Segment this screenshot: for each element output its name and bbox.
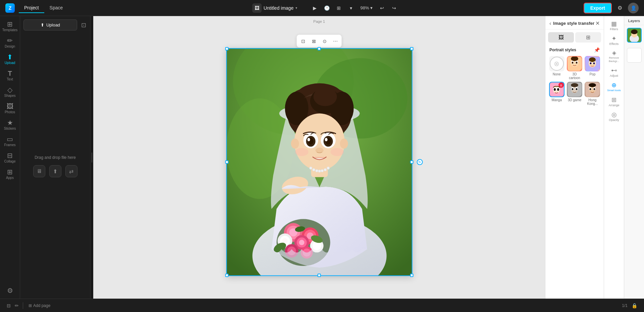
style-item-none[interactable]: ⊗ None [549,56,565,80]
shapes-icon: ◇ [7,86,12,93]
arrange-label: Arrange [608,104,619,107]
style-label-3dcartoon: 3D cartoon [567,72,582,80]
sidebar-label-text: Text [7,77,13,81]
panel-close-btn[interactable]: ✕ [595,20,600,26]
right-item-filters[interactable]: ▦ Filters [605,19,623,33]
handle-rotate[interactable]: ↻ [417,159,423,165]
settings-bottom-icon: ⚙ [7,287,13,294]
zoom-control[interactable]: 98% ▾ [358,4,375,12]
panel-tab-portrait[interactable]: 🖼 [548,32,574,43]
sidebar-label-upload: Upload [5,61,15,65]
undo-btn[interactable]: ↩ [377,3,387,13]
right-item-remove-bg[interactable]: ◈ Remove Backgr... [605,48,623,65]
page-count: 1/1 [622,303,628,308]
doc-icon: 🖼 [252,3,262,13]
user-avatar[interactable]: 👤 [628,3,639,13]
svg-point-33 [327,167,329,169]
style-item-3dgame[interactable]: 3D game [567,82,582,106]
layout-dropdown-btn[interactable]: ▾ [345,3,356,13]
redo-btn[interactable]: ↪ [389,3,399,13]
filters-label: Filters [610,27,618,31]
style-label-pop: Pop [589,72,595,76]
drag-drop-icons: 🖥 ⬆ ⇄ [33,165,77,177]
img-more-btn[interactable]: ⋯ [330,36,340,46]
svg-point-46 [282,238,287,243]
img-crop-btn[interactable]: ⊡ [298,36,308,46]
svg-point-73 [589,57,596,62]
sidebar-item-stickers[interactable]: ★ Stickers [1,117,19,132]
styles-grid: ⊗ None [545,54,604,108]
photos-icon: 🖼 [7,103,13,110]
upload-button[interactable]: ⬆ Upload [23,19,77,30]
right-item-arrange[interactable]: ⊞ Arrange [605,95,623,109]
tab-space[interactable]: Space [44,3,68,13]
right-item-opacity[interactable]: ◎ Opacity [605,110,623,124]
topbar-tabs: Project Space [19,3,68,13]
style-label-hongkong: Hong Kong... [585,98,600,106]
style-thumb-none: ⊗ [549,56,565,71]
right-item-smart[interactable]: ⊕ Smart tools [605,80,623,94]
device-view-btn[interactable]: ⊡ [78,20,89,30]
section-header: Portrait styles 📌 [545,45,604,54]
sidebar-item-settings-bottom[interactable]: ⚙ [1,285,19,296]
sidebar-item-shapes[interactable]: ◇ Shapes [1,84,19,100]
sidebar-item-apps[interactable]: ⊞ Apps [1,167,19,182]
style-item-manga[interactable]: !! Manga [549,82,565,106]
panel-back-btn[interactable]: ‹ [549,20,551,26]
adjust-label: Adjust [610,74,618,77]
smart-label: Smart tools [607,89,621,92]
layers-title: Layers [624,16,644,25]
settings-btn[interactable]: ⚙ [614,3,625,13]
tab-project[interactable]: Project [19,3,44,13]
img-replace-btn[interactable]: ⊙ [320,36,330,46]
sidebar-item-text[interactable]: T Text [1,68,19,83]
zoom-dropdown-icon: ▾ [370,5,373,10]
sidebar-item-frames[interactable]: ▭ Frames [1,134,19,149]
bottom-grid-btn[interactable]: ⊟ [5,302,12,310]
sidebar-item-templates[interactable]: ⊞ Templates [1,19,19,34]
style-item-hongkong[interactable]: Hong Kong... [585,82,600,106]
sidebar-item-photos[interactable]: 🖼 Photos [1,101,19,116]
layers-panel: Layers [624,16,644,299]
opacity-label: Opacity [609,118,619,122]
cloud-upload-icon[interactable]: ⬆ [49,165,61,177]
doc-title-area: 🖼 Untitled image ▾ [252,3,298,13]
bottom-icons: ⊟ ✏ [5,302,20,310]
right-item-effects[interactable]: ✦ Effects [605,34,623,48]
bottom-right: 1/1 🔒 [622,302,639,310]
app-logo[interactable]: Z [5,3,15,13]
resize-handle[interactable] [91,16,93,299]
panel-tab-style[interactable]: ⊞ [575,32,601,43]
canvas-container: ⊡ ⊠ ⊙ ⋯ [226,48,412,276]
add-page-btn[interactable]: ⊞ Add page [26,302,53,309]
adjust-icon: ⊷ [611,67,617,73]
svg-point-32 [324,168,326,171]
export-button[interactable]: Export [584,3,612,13]
style-thumb-3dgame [567,82,582,97]
select-tool-btn[interactable]: ▶ [309,3,320,13]
pin-icon[interactable]: 📌 [594,47,600,53]
transfer-icon[interactable]: ⇄ [65,165,77,177]
sidebar-item-upload[interactable]: ⬆ Upload [1,52,19,67]
right-item-adjust[interactable]: ⊷ Adjust [605,65,623,79]
history-btn[interactable]: 🕐 [321,3,332,13]
style-item-3dcartoon[interactable]: 3D cartoon [567,56,582,80]
add-page-label: Add page [33,303,50,308]
doc-dropdown-icon[interactable]: ▾ [296,6,297,10]
layer-thumb-1[interactable] [627,28,642,43]
img-flip-btn[interactable]: ⊠ [309,36,319,46]
svg-point-14 [340,138,348,148]
svg-point-12 [294,113,344,170]
svg-point-94 [594,88,595,90]
sidebar-item-design[interactable]: ✏ Design [1,35,19,50]
panel-header-left: ‹ Image style transfer [549,20,594,26]
monitor-icon[interactable]: 🖥 [33,165,45,177]
arrange-icon: ⊞ [611,97,616,103]
canvas-frame: ↻ [226,48,412,276]
bottom-edit-btn[interactable]: ✏ [13,302,20,310]
sidebar-item-collage[interactable]: ⊟ Collage [1,150,19,165]
style-item-pop[interactable]: Pop [585,56,600,80]
layout-btn[interactable]: ⊞ [333,3,344,13]
bottom-lock-btn[interactable]: 🔒 [630,302,639,310]
bottom-bar: ⊟ ✏ ⊞ Add page 1/1 🔒 [0,299,644,312]
